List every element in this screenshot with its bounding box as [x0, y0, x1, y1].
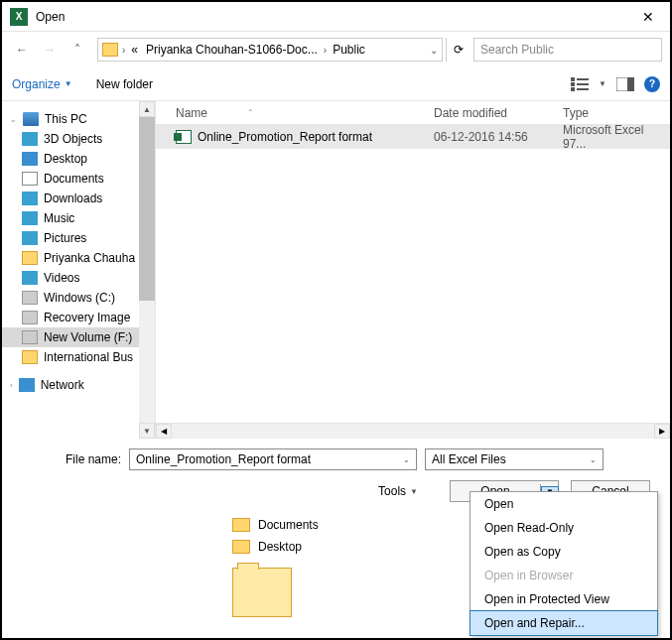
scroll-down-icon[interactable]: ▼: [139, 423, 155, 439]
open-dropdown-menu: Open Open Read-Only Open as Copy Open in…: [470, 491, 658, 636]
tree-videos[interactable]: Videos: [2, 268, 155, 288]
preview-pane-icon[interactable]: [616, 77, 634, 91]
tree-network[interactable]: › Network: [2, 375, 155, 395]
breadcrumb[interactable]: › « Priyanka Chouhan-S1066-Doc... › Publ…: [97, 38, 443, 62]
search-placeholder: Search Public: [480, 43, 554, 57]
chevron-down-icon[interactable]: ▼: [599, 79, 606, 88]
dd-open-and-repair[interactable]: Open and Repair...: [470, 610, 658, 636]
scroll-left-icon[interactable]: ◀: [156, 424, 172, 439]
dd-open-as-copy[interactable]: Open as Copy: [470, 540, 657, 564]
chevron-down-icon[interactable]: ⌄: [430, 45, 438, 56]
chevron-icon: ›: [324, 45, 327, 56]
tree-windows-c[interactable]: Windows (C:): [2, 288, 155, 308]
scroll-right-icon[interactable]: ▶: [654, 424, 670, 439]
file-name: Online_Promotion_Report format: [198, 130, 372, 144]
filename-label: File name:: [22, 452, 121, 466]
desktop-icon: [22, 152, 38, 166]
back-button[interactable]: ←: [10, 38, 34, 62]
titlebar: X Open ✕: [2, 2, 670, 32]
tree-pictures[interactable]: Pictures: [2, 228, 155, 248]
forward-button[interactable]: →: [38, 38, 62, 62]
chevron-down-icon: ▼: [65, 79, 72, 88]
search-input[interactable]: Search Public: [473, 38, 662, 62]
scroll-up-icon[interactable]: ▲: [139, 101, 155, 117]
drive-icon: [22, 330, 38, 344]
dd-open[interactable]: Open: [470, 492, 657, 516]
new-folder-button[interactable]: New folder: [96, 77, 153, 91]
excel-icon: X: [10, 8, 28, 26]
tree-international[interactable]: International Bus: [2, 347, 155, 367]
tree-desktop[interactable]: Desktop: [2, 149, 155, 169]
folder-icon: [102, 43, 118, 57]
drive-icon: [22, 291, 38, 305]
refresh-button[interactable]: ⟳: [446, 38, 470, 62]
folder-icon: [232, 540, 250, 554]
dd-open-readonly[interactable]: Open Read-Only: [470, 516, 657, 540]
col-name[interactable]: Name ⌃: [156, 106, 434, 120]
h-scrollbar[interactable]: ◀ ▶: [156, 423, 670, 439]
tree-3d-objects[interactable]: 3D Objects: [2, 129, 155, 149]
nav-bar: ← → ˄ › « Priyanka Chouhan-S1066-Doc... …: [2, 32, 670, 67]
tree-scrollbar[interactable]: ▲ ▼: [139, 101, 155, 439]
pc-icon: [23, 112, 39, 126]
folder-icon: [22, 251, 38, 265]
close-icon[interactable]: ✕: [634, 5, 662, 29]
svg-rect-3: [577, 83, 589, 85]
tree-this-pc[interactable]: ⌄ This PC: [2, 109, 155, 129]
toolbar: Organize ▼ New folder ▼ ?: [2, 67, 670, 101]
tree-music[interactable]: Music: [2, 208, 155, 228]
tools-button[interactable]: Tools ▼: [378, 484, 418, 498]
file-list: Online_Promotion_Report format 06-12-201…: [156, 125, 670, 423]
videos-icon: [22, 271, 38, 285]
help-icon[interactable]: ?: [644, 76, 660, 92]
folder-icon: [22, 350, 38, 364]
tree-priyanka[interactable]: Priyanka Chauha: [2, 248, 155, 268]
dd-open-in-browser: Open in Browser: [470, 564, 657, 587]
breadcrumb-prefix: «: [129, 43, 140, 57]
bg-documents[interactable]: Documents: [232, 514, 470, 536]
col-date[interactable]: Date modified: [434, 106, 563, 120]
file-type: Microsoft Excel 97...: [563, 123, 670, 151]
file-row[interactable]: Online_Promotion_Report format 06-12-201…: [156, 125, 670, 149]
excel-file-icon: [176, 130, 192, 144]
svg-rect-0: [571, 77, 575, 81]
filename-input[interactable]: Online_Promotion_Report format ⌄: [129, 448, 417, 470]
svg-rect-2: [571, 82, 575, 86]
tree-documents[interactable]: Documents: [2, 169, 155, 189]
scroll-thumb[interactable]: [139, 117, 155, 301]
up-button[interactable]: ˄: [66, 38, 89, 62]
svg-rect-1: [577, 78, 589, 80]
organize-button[interactable]: Organize ▼: [12, 77, 72, 91]
drive-icon: [22, 311, 38, 324]
chevron-down-icon[interactable]: ⌄: [403, 455, 410, 464]
body: ⌄ This PC 3D Objects Desktop Documents D…: [2, 101, 670, 439]
file-date: 06-12-2016 14:56: [434, 130, 563, 144]
tree-downloads[interactable]: Downloads: [2, 189, 155, 208]
bg-desktop[interactable]: Desktop: [232, 536, 470, 558]
tree-new-volume-f[interactable]: New Volume (F:): [2, 327, 155, 347]
chevron-icon: ›: [10, 381, 13, 390]
nav-tree: ⌄ This PC 3D Objects Desktop Documents D…: [2, 101, 156, 439]
col-type[interactable]: Type: [563, 106, 670, 120]
svg-rect-4: [571, 87, 575, 91]
breadcrumb-seg2[interactable]: Public: [331, 43, 367, 57]
dd-open-protected[interactable]: Open in Protected View: [470, 587, 657, 611]
folder-icon: [232, 518, 250, 532]
tree-recovery[interactable]: Recovery Image: [2, 308, 155, 327]
pictures-icon: [22, 231, 38, 245]
svg-rect-5: [577, 88, 589, 90]
file-type-filter[interactable]: All Excel Files ⌄: [425, 448, 604, 470]
chevron-icon: ›: [122, 45, 125, 56]
view-details-icon[interactable]: [571, 77, 589, 91]
network-icon: [19, 378, 35, 392]
bg-folder-large-icon[interactable]: [232, 568, 292, 617]
downloads-icon: [22, 192, 38, 205]
chevron-down-icon[interactable]: ⌄: [590, 455, 597, 464]
window-title: Open: [36, 10, 634, 24]
3d-icon: [22, 132, 38, 146]
breadcrumb-seg1[interactable]: Priyanka Chouhan-S1066-Doc...: [144, 43, 320, 57]
sort-asc-icon: ⌃: [247, 108, 254, 117]
documents-icon: [22, 172, 38, 186]
open-dialog: X Open ✕ ← → ˄ › « Priyanka Chouhan-S106…: [0, 0, 672, 640]
music-icon: [22, 211, 38, 225]
